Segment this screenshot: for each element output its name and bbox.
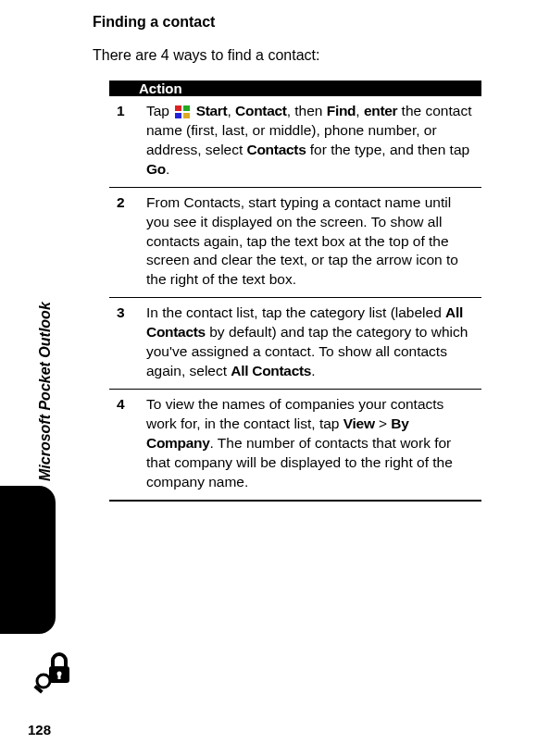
table-row: 1 Tap Start, Contact, then Find, enter t… <box>109 96 481 187</box>
step-text: In the contact list, tap the category li… <box>139 298 481 390</box>
svg-rect-2 <box>58 674 61 679</box>
table-header-row: Action <box>109 81 481 96</box>
table-row: 4 To view the names of companies your co… <box>109 389 481 500</box>
step-number: 1 <box>109 96 139 187</box>
action-table: Action 1 Tap Start, Contact, then Find, … <box>109 81 481 502</box>
lock-key-icon <box>32 648 79 694</box>
step-text: To view the names of companies your cont… <box>139 389 481 500</box>
table-row: 3 In the contact list, tap the category … <box>109 298 481 390</box>
action-header-label: Action <box>139 81 481 96</box>
step-text: From Contacts, start typing a contact na… <box>139 187 481 298</box>
step-number: 4 <box>109 389 139 500</box>
step-number: 2 <box>109 187 139 298</box>
svg-point-3 <box>37 675 50 688</box>
section-sidebar-label: Microsoft Pocket Outlook <box>37 302 54 481</box>
step-text: Tap Start, Contact, then Find, enter the… <box>139 96 481 187</box>
thumb-tab <box>0 486 56 634</box>
table-row: 2 From Contacts, start typing a contact … <box>109 187 481 298</box>
page-number: 128 <box>28 722 51 737</box>
windows-start-icon <box>175 105 190 118</box>
intro-text: There are 4 ways to find a contact: <box>93 47 481 64</box>
step-number: 3 <box>109 298 139 390</box>
section-heading: Finding a contact <box>93 14 481 31</box>
